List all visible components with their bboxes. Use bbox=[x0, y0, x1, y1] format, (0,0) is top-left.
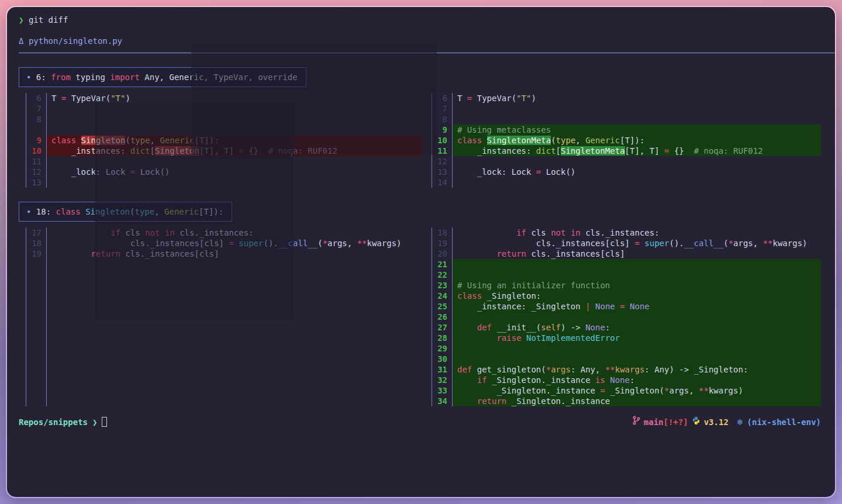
diff-row bbox=[26, 301, 422, 312]
diff-row: 8 bbox=[432, 114, 821, 125]
diff-row: 29 bbox=[432, 343, 821, 354]
code-line: T = TypeVar("T") bbox=[46, 93, 422, 103]
line-number: 18 bbox=[26, 238, 46, 248]
terminal-body[interactable]: ❯ git diff Δ python/singleton.py • 6: fr… bbox=[7, 7, 835, 497]
file-path: python/singleton.py bbox=[29, 36, 122, 46]
code-line: return cls._instances[cls] bbox=[46, 248, 422, 259]
terminal-cursor[interactable] bbox=[102, 417, 107, 427]
line-number: 31 bbox=[432, 364, 452, 375]
hunk-bullet-icon: • bbox=[26, 73, 36, 82]
code-line: _lock: Lock = Lock() bbox=[46, 167, 422, 177]
line-number: 7 bbox=[432, 103, 452, 114]
code-line bbox=[452, 177, 821, 188]
code-line: if cls not in cls._instances: bbox=[452, 227, 821, 238]
code-line: _Singleton._instance = _Singleton(*args,… bbox=[452, 385, 821, 396]
diff-row: 13 _lock: Lock = Lock() bbox=[432, 167, 821, 177]
code-line bbox=[452, 103, 821, 114]
diff-panes: 6T = TypeVar("T")789class Singleton(type… bbox=[19, 93, 821, 188]
line-number: 7 bbox=[26, 103, 46, 114]
line-number: 9 bbox=[432, 125, 452, 135]
diff-row bbox=[26, 259, 422, 270]
code-line bbox=[46, 114, 422, 125]
prompt-chevron-icon: ❯ bbox=[92, 417, 97, 427]
line-number: 32 bbox=[432, 375, 452, 385]
code-line bbox=[46, 291, 422, 301]
code-line: raise NotImplementedError bbox=[452, 333, 821, 343]
diff-row: 30 bbox=[432, 354, 821, 364]
code-line bbox=[46, 312, 422, 322]
diff-row bbox=[26, 312, 422, 322]
diff-row bbox=[26, 385, 422, 396]
line-number: 14 bbox=[432, 177, 452, 188]
diff-row: 9# Using metaclasses bbox=[432, 125, 821, 135]
current-directory: Repos/snippets bbox=[19, 417, 88, 427]
command-text: git diff bbox=[29, 15, 68, 25]
line-number: 23 bbox=[432, 280, 452, 291]
diff-row: 6T = TypeVar("T") bbox=[26, 93, 422, 103]
diff-file-header: Δ python/singleton.py bbox=[19, 35, 821, 47]
line-number: 10 bbox=[26, 146, 46, 156]
git-branch-icon bbox=[632, 416, 640, 428]
python-logo-icon bbox=[692, 416, 700, 428]
line-number bbox=[26, 125, 46, 135]
diff-row bbox=[26, 354, 422, 364]
diff-row bbox=[26, 322, 422, 333]
code-line bbox=[46, 177, 422, 188]
code-line bbox=[46, 259, 422, 270]
code-line: _lock: Lock = Lock() bbox=[452, 167, 821, 177]
code-line bbox=[452, 312, 821, 322]
line-number: 12 bbox=[26, 167, 46, 177]
diff-row: 12 _lock: Lock = Lock() bbox=[26, 167, 422, 177]
hunk-bullet-icon: • bbox=[26, 207, 36, 216]
code-line: # Using an initializer function bbox=[452, 280, 821, 291]
line-number bbox=[26, 312, 46, 322]
status-bar: Repos/snippets❯ main[!+?] bbox=[19, 416, 821, 428]
code-line: T = TypeVar("T") bbox=[452, 93, 821, 103]
line-number: 25 bbox=[432, 301, 452, 312]
diff-row: 32 if _Singleton._instance is None: bbox=[432, 375, 821, 385]
diff-row: 6T = TypeVar("T") bbox=[432, 93, 821, 103]
diff-row: 19 cls._instances[cls] = super().__call_… bbox=[432, 238, 821, 248]
line-number bbox=[26, 364, 46, 375]
nix-shell-label: (nix-shell-env) bbox=[747, 416, 821, 428]
diff-row: 10class SingletonMeta(type, Generic[T]): bbox=[432, 135, 821, 146]
code-line bbox=[452, 156, 821, 167]
line-number bbox=[26, 396, 46, 406]
line-number: 6 bbox=[432, 93, 452, 103]
code-line: class SingletonMeta(type, Generic[T]): bbox=[452, 135, 821, 146]
git-branch-name: main bbox=[644, 417, 664, 427]
diff-row: 24class _Singleton: bbox=[432, 291, 821, 301]
diff-row: 13 bbox=[26, 177, 422, 188]
code-line bbox=[46, 301, 422, 312]
terminal-window[interactable]: ❯ git diff Δ python/singleton.py • 6: fr… bbox=[6, 6, 836, 498]
line-number: 8 bbox=[26, 114, 46, 125]
diff-row: 14 bbox=[432, 177, 821, 188]
status-right: main[!+?] v3.12 ❄ (nix-shell-env) bbox=[632, 416, 821, 428]
code-line bbox=[46, 125, 422, 135]
code-line bbox=[452, 343, 821, 354]
diff-row bbox=[26, 375, 422, 385]
code-line: class _Singleton: bbox=[452, 291, 821, 301]
code-line bbox=[46, 270, 422, 280]
code-line bbox=[452, 354, 821, 364]
line-number: 11 bbox=[26, 156, 46, 167]
line-number: 27 bbox=[432, 322, 452, 333]
code-line bbox=[46, 396, 422, 406]
code-line bbox=[46, 385, 422, 396]
code-line: return cls._instances[cls] bbox=[452, 248, 821, 259]
code-line: if cls not in cls._instances: bbox=[46, 227, 422, 238]
diff-row bbox=[26, 333, 422, 343]
diff-row: 27 def __init__(self) -> None: bbox=[432, 322, 821, 333]
line-number: 8 bbox=[432, 114, 452, 125]
code-line: # Using metaclasses bbox=[452, 125, 821, 135]
line-number: 11 bbox=[432, 146, 452, 156]
diff-panes: 17 if cls not in cls._instances:18 cls._… bbox=[19, 227, 821, 406]
line-number: 19 bbox=[26, 248, 46, 259]
diff-row: 21 bbox=[432, 259, 821, 270]
diff-pane-old: 17 if cls not in cls._instances:18 cls._… bbox=[26, 227, 422, 406]
prompt-line: ❯ git diff bbox=[19, 14, 821, 26]
line-number bbox=[26, 280, 46, 291]
line-number: 19 bbox=[432, 238, 452, 248]
line-number bbox=[26, 375, 46, 385]
diff-row: 20 return cls._instances[cls] bbox=[432, 248, 821, 259]
